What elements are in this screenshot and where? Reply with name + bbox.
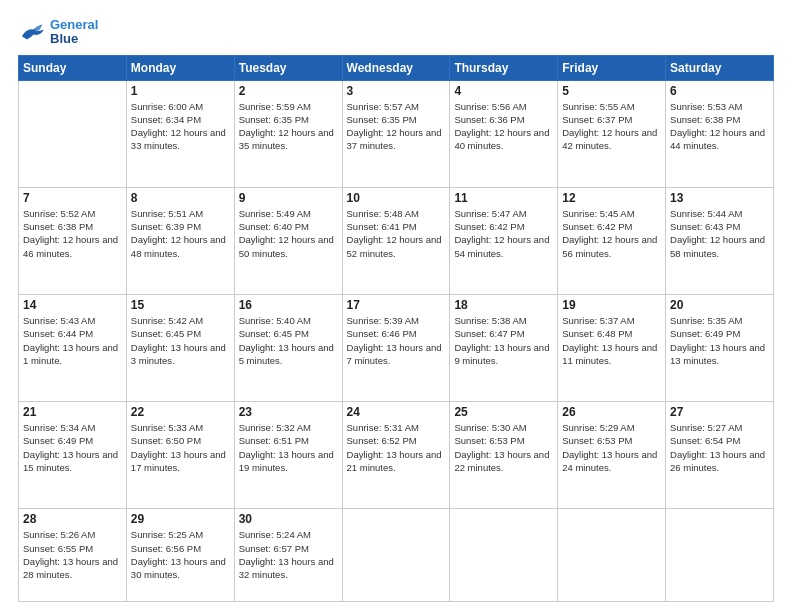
day-number: 6 (670, 84, 769, 98)
day-number: 29 (131, 512, 230, 526)
day-cell: 1Sunrise: 6:00 AMSunset: 6:34 PMDaylight… (126, 80, 234, 187)
day-cell: 12Sunrise: 5:45 AMSunset: 6:42 PMDayligh… (558, 187, 666, 294)
day-number: 26 (562, 405, 661, 419)
day-number: 22 (131, 405, 230, 419)
day-number: 19 (562, 298, 661, 312)
day-info: Sunrise: 5:32 AMSunset: 6:51 PMDaylight:… (239, 421, 338, 474)
week-row-5: 28Sunrise: 5:26 AMSunset: 6:55 PMDayligh… (19, 509, 774, 602)
day-number: 4 (454, 84, 553, 98)
weekday-header-saturday: Saturday (666, 55, 774, 80)
day-cell: 17Sunrise: 5:39 AMSunset: 6:46 PMDayligh… (342, 294, 450, 401)
day-info: Sunrise: 5:48 AMSunset: 6:41 PMDaylight:… (347, 207, 446, 260)
day-cell: 27Sunrise: 5:27 AMSunset: 6:54 PMDayligh… (666, 402, 774, 509)
weekday-header-row: SundayMondayTuesdayWednesdayThursdayFrid… (19, 55, 774, 80)
day-info: Sunrise: 5:40 AMSunset: 6:45 PMDaylight:… (239, 314, 338, 367)
day-cell: 16Sunrise: 5:40 AMSunset: 6:45 PMDayligh… (234, 294, 342, 401)
day-number: 18 (454, 298, 553, 312)
day-number: 2 (239, 84, 338, 98)
day-cell: 22Sunrise: 5:33 AMSunset: 6:50 PMDayligh… (126, 402, 234, 509)
day-number: 16 (239, 298, 338, 312)
day-info: Sunrise: 5:52 AMSunset: 6:38 PMDaylight:… (23, 207, 122, 260)
page: General Blue SundayMondayTuesdayWednesda… (0, 0, 792, 612)
weekday-header-tuesday: Tuesday (234, 55, 342, 80)
day-info: Sunrise: 5:35 AMSunset: 6:49 PMDaylight:… (670, 314, 769, 367)
day-cell (558, 509, 666, 602)
day-number: 30 (239, 512, 338, 526)
day-cell: 19Sunrise: 5:37 AMSunset: 6:48 PMDayligh… (558, 294, 666, 401)
day-cell: 4Sunrise: 5:56 AMSunset: 6:36 PMDaylight… (450, 80, 558, 187)
day-number: 23 (239, 405, 338, 419)
day-cell: 18Sunrise: 5:38 AMSunset: 6:47 PMDayligh… (450, 294, 558, 401)
day-number: 27 (670, 405, 769, 419)
day-info: Sunrise: 5:37 AMSunset: 6:48 PMDaylight:… (562, 314, 661, 367)
day-cell: 5Sunrise: 5:55 AMSunset: 6:37 PMDaylight… (558, 80, 666, 187)
day-cell: 25Sunrise: 5:30 AMSunset: 6:53 PMDayligh… (450, 402, 558, 509)
day-info: Sunrise: 5:27 AMSunset: 6:54 PMDaylight:… (670, 421, 769, 474)
day-cell: 15Sunrise: 5:42 AMSunset: 6:45 PMDayligh… (126, 294, 234, 401)
day-info: Sunrise: 5:42 AMSunset: 6:45 PMDaylight:… (131, 314, 230, 367)
day-cell: 20Sunrise: 5:35 AMSunset: 6:49 PMDayligh… (666, 294, 774, 401)
day-cell: 3Sunrise: 5:57 AMSunset: 6:35 PMDaylight… (342, 80, 450, 187)
day-number: 11 (454, 191, 553, 205)
day-cell (450, 509, 558, 602)
day-info: Sunrise: 5:47 AMSunset: 6:42 PMDaylight:… (454, 207, 553, 260)
day-info: Sunrise: 5:34 AMSunset: 6:49 PMDaylight:… (23, 421, 122, 474)
weekday-header-thursday: Thursday (450, 55, 558, 80)
day-info: Sunrise: 5:38 AMSunset: 6:47 PMDaylight:… (454, 314, 553, 367)
day-info: Sunrise: 5:45 AMSunset: 6:42 PMDaylight:… (562, 207, 661, 260)
day-number: 3 (347, 84, 446, 98)
day-info: Sunrise: 5:44 AMSunset: 6:43 PMDaylight:… (670, 207, 769, 260)
weekday-header-monday: Monday (126, 55, 234, 80)
day-info: Sunrise: 5:57 AMSunset: 6:35 PMDaylight:… (347, 100, 446, 153)
day-cell: 23Sunrise: 5:32 AMSunset: 6:51 PMDayligh… (234, 402, 342, 509)
day-cell: 14Sunrise: 5:43 AMSunset: 6:44 PMDayligh… (19, 294, 127, 401)
weekday-header-friday: Friday (558, 55, 666, 80)
day-info: Sunrise: 5:49 AMSunset: 6:40 PMDaylight:… (239, 207, 338, 260)
day-info: Sunrise: 5:51 AMSunset: 6:39 PMDaylight:… (131, 207, 230, 260)
day-number: 21 (23, 405, 122, 419)
day-cell: 8Sunrise: 5:51 AMSunset: 6:39 PMDaylight… (126, 187, 234, 294)
day-info: Sunrise: 5:55 AMSunset: 6:37 PMDaylight:… (562, 100, 661, 153)
logo: General Blue (18, 18, 98, 47)
calendar-table: SundayMondayTuesdayWednesdayThursdayFrid… (18, 55, 774, 602)
day-info: Sunrise: 5:30 AMSunset: 6:53 PMDaylight:… (454, 421, 553, 474)
day-cell: 10Sunrise: 5:48 AMSunset: 6:41 PMDayligh… (342, 187, 450, 294)
weekday-header-sunday: Sunday (19, 55, 127, 80)
day-cell: 21Sunrise: 5:34 AMSunset: 6:49 PMDayligh… (19, 402, 127, 509)
day-info: Sunrise: 5:59 AMSunset: 6:35 PMDaylight:… (239, 100, 338, 153)
day-number: 8 (131, 191, 230, 205)
day-info: Sunrise: 5:53 AMSunset: 6:38 PMDaylight:… (670, 100, 769, 153)
weekday-header-wednesday: Wednesday (342, 55, 450, 80)
day-info: Sunrise: 5:29 AMSunset: 6:53 PMDaylight:… (562, 421, 661, 474)
header: General Blue (18, 18, 774, 47)
day-cell: 26Sunrise: 5:29 AMSunset: 6:53 PMDayligh… (558, 402, 666, 509)
day-number: 17 (347, 298, 446, 312)
day-cell: 28Sunrise: 5:26 AMSunset: 6:55 PMDayligh… (19, 509, 127, 602)
day-cell (342, 509, 450, 602)
day-cell (19, 80, 127, 187)
day-info: Sunrise: 5:26 AMSunset: 6:55 PMDaylight:… (23, 528, 122, 581)
logo-text: General Blue (50, 18, 98, 47)
day-info: Sunrise: 6:00 AMSunset: 6:34 PMDaylight:… (131, 100, 230, 153)
day-cell: 30Sunrise: 5:24 AMSunset: 6:57 PMDayligh… (234, 509, 342, 602)
day-info: Sunrise: 5:31 AMSunset: 6:52 PMDaylight:… (347, 421, 446, 474)
day-info: Sunrise: 5:56 AMSunset: 6:36 PMDaylight:… (454, 100, 553, 153)
week-row-4: 21Sunrise: 5:34 AMSunset: 6:49 PMDayligh… (19, 402, 774, 509)
day-number: 1 (131, 84, 230, 98)
day-cell: 24Sunrise: 5:31 AMSunset: 6:52 PMDayligh… (342, 402, 450, 509)
day-number: 24 (347, 405, 446, 419)
day-number: 25 (454, 405, 553, 419)
day-cell: 2Sunrise: 5:59 AMSunset: 6:35 PMDaylight… (234, 80, 342, 187)
day-info: Sunrise: 5:39 AMSunset: 6:46 PMDaylight:… (347, 314, 446, 367)
day-cell: 13Sunrise: 5:44 AMSunset: 6:43 PMDayligh… (666, 187, 774, 294)
day-cell: 7Sunrise: 5:52 AMSunset: 6:38 PMDaylight… (19, 187, 127, 294)
day-cell: 6Sunrise: 5:53 AMSunset: 6:38 PMDaylight… (666, 80, 774, 187)
day-cell: 29Sunrise: 5:25 AMSunset: 6:56 PMDayligh… (126, 509, 234, 602)
day-info: Sunrise: 5:25 AMSunset: 6:56 PMDaylight:… (131, 528, 230, 581)
day-info: Sunrise: 5:43 AMSunset: 6:44 PMDaylight:… (23, 314, 122, 367)
week-row-1: 1Sunrise: 6:00 AMSunset: 6:34 PMDaylight… (19, 80, 774, 187)
day-number: 28 (23, 512, 122, 526)
day-info: Sunrise: 5:33 AMSunset: 6:50 PMDaylight:… (131, 421, 230, 474)
day-info: Sunrise: 5:24 AMSunset: 6:57 PMDaylight:… (239, 528, 338, 581)
day-number: 15 (131, 298, 230, 312)
